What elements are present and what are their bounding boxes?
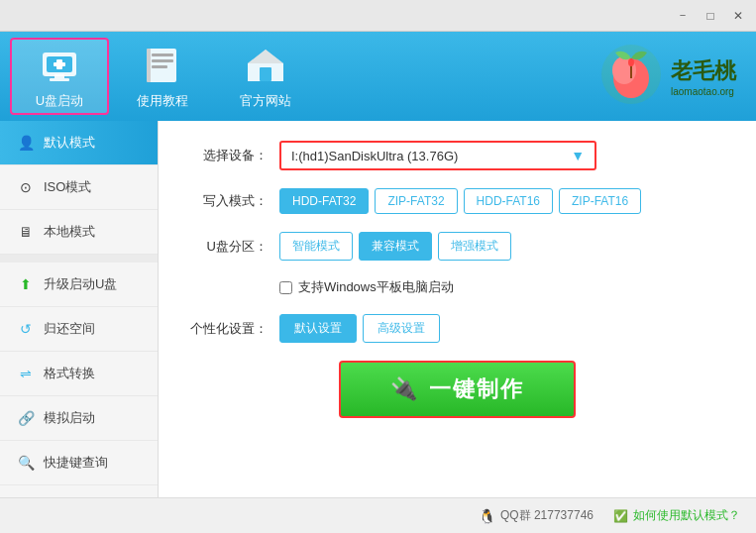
logo-plant-icon — [597, 41, 665, 112]
btn-hdd-fat32[interactable]: HDD-FAT32 — [279, 188, 369, 214]
personalize-row: 个性化设置： 默认设置 高级设置 — [188, 314, 726, 343]
iso-mode-icon: ⊙ — [16, 177, 36, 197]
nav-item-u-boot[interactable]: U盘启动 — [10, 38, 109, 115]
shortcut-icon: 🔍 — [16, 453, 36, 473]
main-area: 👤 默认模式 ⊙ ISO模式 🖥 本地模式 ⬆ 升级启动U盘 ↺ 归还空间 ⇌ … — [0, 121, 756, 497]
sidebar: 👤 默认模式 ⊙ ISO模式 🖥 本地模式 ⬆ 升级启动U盘 ↺ 归还空间 ⇌ … — [0, 121, 159, 497]
svg-rect-10 — [147, 49, 151, 82]
u-boot-icon — [37, 43, 82, 88]
sidebar-item-default-mode[interactable]: 👤 默认模式 — [0, 121, 158, 165]
minimize-button[interactable]: － — [669, 5, 697, 27]
qq-label: QQ群 217737746 — [500, 507, 594, 524]
title-bar: － □ ✕ — [0, 0, 756, 32]
format-icon: ⇌ — [16, 364, 36, 383]
help-item[interactable]: ✅ 如何使用默认模式？ — [613, 507, 740, 524]
upgrade-icon: ⬆ — [16, 274, 36, 294]
btn-default-setting[interactable]: 默认设置 — [279, 314, 357, 343]
sidebar-label-format: 格式转换 — [44, 365, 95, 382]
sidebar-label-upgrade: 升级启动U盘 — [44, 275, 117, 293]
svg-rect-5 — [54, 62, 65, 66]
content-area: 选择设备： I:(hd1)SanDiskUltra (13.76G) ▼ 写入模… — [159, 121, 756, 497]
official-icon — [243, 43, 288, 88]
device-select-row: 选择设备： I:(hd1)SanDiskUltra (13.76G) ▼ — [188, 141, 726, 170]
device-select[interactable]: I:(hd1)SanDiskUltra (13.76G) ▼ — [279, 141, 596, 170]
write-mode-label: 写入模式： — [188, 192, 268, 210]
sidebar-label-simulate: 模拟启动 — [44, 409, 95, 427]
btn-enhanced-mode[interactable]: 增强模式 — [438, 232, 511, 261]
nav-label-tutorial: 使用教程 — [137, 92, 188, 110]
personalize-label: 个性化设置： — [188, 320, 268, 338]
nav-item-official[interactable]: 官方网站 — [216, 38, 315, 115]
sidebar-label-default-mode: 默认模式 — [44, 134, 95, 152]
simulate-icon: 🔗 — [16, 408, 36, 428]
svg-rect-7 — [152, 53, 173, 56]
dropdown-arrow-icon: ▼ — [571, 148, 585, 163]
svg-rect-9 — [152, 65, 167, 68]
partition-mode-row: U盘分区： 智能模式 兼容模式 增强模式 — [188, 232, 726, 261]
sidebar-item-shortcut[interactable]: 🔍 快捷键查询 — [0, 441, 158, 485]
btn-compat-mode[interactable]: 兼容模式 — [359, 232, 432, 261]
logo-en-text: laomaotao.org — [671, 86, 736, 97]
sidebar-label-shortcut: 快捷键查询 — [44, 454, 108, 472]
btn-smart-mode[interactable]: 智能模式 — [279, 232, 353, 261]
device-select-value: I:(hd1)SanDiskUltra (13.76G) — [291, 149, 571, 163]
device-label: 选择设备： — [188, 147, 268, 164]
windows-tablet-label[interactable]: 支持Windows平板电脑启动 — [298, 278, 454, 296]
action-button-label: 一键制作 — [429, 374, 524, 404]
sidebar-item-restore[interactable]: ↺ 归还空间 — [0, 307, 158, 352]
logo-text-area: 老毛桃 laomaotao.org — [671, 56, 736, 97]
btn-hdd-fat16[interactable]: HDD-FAT16 — [464, 188, 553, 214]
maximize-button[interactable]: □ — [697, 5, 724, 27]
sidebar-divider — [0, 255, 158, 263]
sidebar-item-local-mode[interactable]: 🖥 本地模式 — [0, 210, 158, 255]
btn-zip-fat16[interactable]: ZIP-FAT16 — [559, 188, 641, 214]
nav-label-official: 官方网站 — [240, 92, 291, 110]
top-nav: U盘启动 使用教程 官方网站 — [0, 32, 756, 121]
svg-rect-3 — [50, 78, 69, 81]
action-btn-wrapper: 🔌 一键制作 — [188, 361, 726, 418]
sidebar-item-upgrade[interactable]: ⬆ 升级启动U盘 — [0, 263, 158, 307]
windows-tablet-row: 支持Windows平板电脑启动 — [279, 278, 726, 296]
nav-label-u-boot: U盘启动 — [36, 92, 83, 110]
svg-point-18 — [628, 58, 634, 66]
restore-icon: ↺ — [16, 319, 36, 339]
close-button[interactable]: ✕ — [724, 5, 752, 27]
help-icon: ✅ — [613, 509, 628, 523]
sidebar-label-restore: 归还空间 — [44, 320, 95, 338]
svg-rect-8 — [152, 59, 173, 62]
nav-item-tutorial[interactable]: 使用教程 — [113, 38, 212, 115]
sidebar-item-iso-mode[interactable]: ⊙ ISO模式 — [0, 165, 158, 210]
sidebar-item-format[interactable]: ⇌ 格式转换 — [0, 352, 158, 396]
one-click-make-button[interactable]: 🔌 一键制作 — [339, 361, 576, 418]
svg-rect-2 — [54, 74, 64, 78]
partition-label: U盘分区： — [188, 238, 268, 256]
logo-cn-text: 老毛桃 — [671, 56, 736, 86]
write-mode-row: 写入模式： HDD-FAT32 ZIP-FAT32 HDD-FAT16 ZIP-… — [188, 188, 726, 214]
sidebar-item-simulate[interactable]: 🔗 模拟启动 — [0, 396, 158, 441]
qq-group-item[interactable]: 🐧 QQ群 217737746 — [479, 507, 594, 524]
help-label: 如何使用默认模式？ — [633, 507, 740, 524]
bottom-bar: 🐧 QQ群 217737746 ✅ 如何使用默认模式？ — [0, 497, 756, 533]
usb-plug-icon: 🔌 — [390, 376, 419, 402]
svg-marker-13 — [248, 50, 283, 63]
tutorial-icon — [140, 43, 185, 88]
qq-icon: 🐧 — [479, 508, 495, 524]
windows-tablet-checkbox[interactable] — [279, 281, 292, 294]
default-mode-icon: 👤 — [16, 133, 36, 153]
local-mode-icon: 🖥 — [16, 222, 36, 242]
logo-area: 老毛桃 laomaotao.org — [597, 41, 736, 112]
btn-advanced-setting[interactable]: 高级设置 — [363, 314, 440, 343]
btn-zip-fat32[interactable]: ZIP-FAT32 — [375, 188, 457, 214]
write-mode-group: HDD-FAT32 ZIP-FAT32 HDD-FAT16 ZIP-FAT16 — [279, 188, 726, 214]
sidebar-label-iso-mode: ISO模式 — [44, 178, 91, 196]
sidebar-label-local-mode: 本地模式 — [44, 223, 95, 241]
partition-mode-group: 智能模式 兼容模式 增强模式 — [279, 232, 726, 261]
personalize-group: 默认设置 高级设置 — [279, 314, 726, 343]
svg-rect-12 — [260, 67, 271, 81]
